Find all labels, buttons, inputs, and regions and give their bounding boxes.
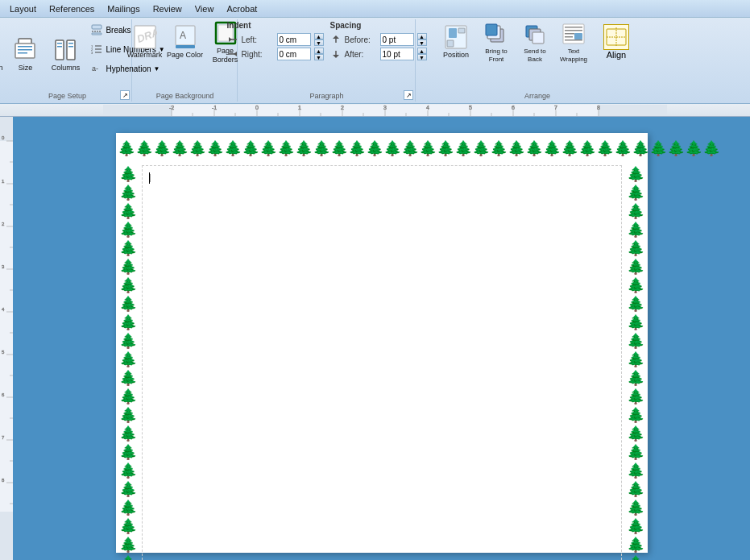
svg-text:2: 2 xyxy=(341,105,344,110)
doc-content[interactable]: | xyxy=(142,165,622,560)
document[interactable]: Trees pattern top 🌲 🌲 🌲 🌲 🌲 🌲 xyxy=(116,133,648,553)
svg-text:5: 5 xyxy=(469,105,472,110)
svg-text:-2: -2 xyxy=(169,105,174,110)
tree-top-6: 🌲 xyxy=(206,141,224,156)
svg-rect-49 xyxy=(532,32,544,44)
tree-top-31: 🌲 xyxy=(649,141,667,156)
tree-left-7: 🌲 xyxy=(119,276,137,294)
svg-marker-33 xyxy=(229,37,232,42)
text-wrapping-label: TextWrapping xyxy=(560,48,587,63)
text-wrapping-section: TextWrapping xyxy=(556,21,591,74)
indent-right-input[interactable] xyxy=(277,48,311,60)
tree-top-32: 🌲 xyxy=(667,141,685,156)
arrange-label: Arrange xyxy=(524,92,550,100)
hyphenation-icon: a- xyxy=(90,62,103,75)
orientation-label: Orientation xyxy=(0,64,2,73)
svg-text:3: 3 xyxy=(383,105,387,110)
svg-marker-39 xyxy=(333,55,339,58)
orientation-button[interactable]: Orientation xyxy=(0,34,4,76)
document-area[interactable]: Trees pattern top 🌲 🌲 🌲 🌲 🌲 🌲 xyxy=(13,117,750,560)
tree-top-29: 🌲 xyxy=(614,141,632,156)
border-right: 🌲 🌲 🌲 🌲 🌲 🌲 🌲 🌲 🌲 🌲 🌲 🌲 🌲 🌲 🌲 🌲 xyxy=(624,164,648,560)
tree-right-14: 🌲 xyxy=(627,406,644,424)
border-left: 🌲 🌲 🌲 🌲 🌲 🌲 🌲 🌲 🌲 🌲 🌲 🌲 🌲 🌲 🌲 🌲 xyxy=(116,164,140,560)
indent-left-down[interactable]: ▼ xyxy=(314,39,324,46)
svg-rect-17 xyxy=(92,33,102,35)
tree-right-12: 🌲 xyxy=(627,369,644,387)
indent-heading: Indent xyxy=(227,21,324,30)
spacing-before-input[interactable] xyxy=(380,33,414,46)
svg-rect-95 xyxy=(0,141,13,512)
menu-mailings[interactable]: Mailings xyxy=(101,2,146,15)
send-back-button[interactable]: Send toBack xyxy=(517,21,553,63)
paragraph-group: Indent Left: ▲ ▼ xyxy=(238,19,416,102)
columns-button[interactable]: Columns xyxy=(46,34,85,76)
ribbon: Orientation Size xyxy=(0,18,750,104)
tree-right-13: 🌲 xyxy=(627,388,644,405)
tree-left-8: 🌲 xyxy=(119,295,137,313)
cursor: | xyxy=(149,172,150,184)
svg-rect-55 xyxy=(565,36,573,38)
tree-right-5: 🌲 xyxy=(627,239,644,257)
page-color-button[interactable]: A Page Color xyxy=(166,21,205,63)
text-wrapping-icon xyxy=(561,21,586,47)
tree-right-16: 🌲 xyxy=(627,443,644,461)
tree-right-15: 🌲 xyxy=(627,425,644,442)
border-middle: 🌲 🌲 🌲 🌲 🌲 🌲 🌲 🌲 🌲 🌲 🌲 🌲 🌲 🌲 🌲 🌲 xyxy=(116,164,648,560)
indent-left-row: Left: ▲ ▼ xyxy=(227,33,324,46)
position-icon xyxy=(443,24,469,50)
svg-text:0: 0 xyxy=(255,105,259,110)
tree-right-21: 🌲 xyxy=(627,536,644,554)
arrange-group: Position Bring toFront xyxy=(416,19,658,102)
tree-right-11: 🌲 xyxy=(627,351,644,368)
tree-top-28: 🌲 xyxy=(596,141,614,156)
position-button[interactable]: Position xyxy=(437,21,475,63)
menu-references[interactable]: References xyxy=(43,2,101,15)
svg-rect-8 xyxy=(18,52,27,54)
spacing-heading: Spacing xyxy=(330,21,427,30)
watermark-button[interactable]: DRAFT Watermark xyxy=(126,21,164,63)
tree-top-12: 🌲 xyxy=(313,141,330,156)
spacing-before-label: Before: xyxy=(345,35,377,44)
page-setup-label: Page Setup xyxy=(48,92,86,100)
tree-right-20: 🌲 xyxy=(627,517,644,535)
position-section: Position xyxy=(437,21,475,74)
bring-front-button[interactable]: Bring toFront xyxy=(479,21,514,63)
indent-right-up[interactable]: ▲ xyxy=(314,48,324,54)
menu-review[interactable]: Review xyxy=(147,2,189,15)
paragraph-expand[interactable]: ↗ xyxy=(404,90,413,100)
svg-text:3: 3 xyxy=(91,51,93,55)
indent-left-spin: ▲ ▼ xyxy=(314,33,324,46)
menu-view[interactable]: View xyxy=(189,2,221,15)
send-back-section: Send toBack xyxy=(517,21,553,74)
tree-top-22: 🌲 xyxy=(490,141,508,156)
tree-left-9: 🌲 xyxy=(119,313,137,331)
columns-label: Columns xyxy=(52,64,81,73)
menu-layout[interactable]: Layout xyxy=(3,2,43,15)
tree-right-9: 🌲 xyxy=(627,313,644,331)
watermark-label: Watermark xyxy=(127,51,163,60)
align-button[interactable]: Align xyxy=(595,21,638,63)
svg-rect-7 xyxy=(18,49,32,51)
tree-left-21: 🌲 xyxy=(119,536,137,554)
text-wrapping-button[interactable]: TextWrapping xyxy=(556,21,591,63)
spacing-after-label: After: xyxy=(345,50,377,59)
tree-top-20: 🌲 xyxy=(454,141,472,156)
menu-acrobat[interactable]: Acrobat xyxy=(220,2,263,15)
position-label: Position xyxy=(443,51,469,60)
page-setup-expand[interactable]: ↗ xyxy=(120,90,130,100)
tree-left-14: 🌲 xyxy=(119,406,137,424)
indent-left-up[interactable]: ▲ xyxy=(314,33,324,39)
size-button[interactable]: Size xyxy=(6,34,44,76)
indent-right-down[interactable]: ▼ xyxy=(314,54,324,60)
svg-rect-54 xyxy=(574,33,582,39)
top-trees-container: 🌲 🌲 🌲 🌲 🌲 🌲 🌲 🌲 🌲 🌲 🌲 🌲 🌲 🌲 🌲 🌲 xyxy=(118,139,646,157)
tree-top-2: 🌲 xyxy=(135,141,153,156)
paragraph-label: Paragraph xyxy=(309,92,343,100)
svg-text:8: 8 xyxy=(597,105,600,110)
tree-top-33: 🌲 xyxy=(685,141,702,156)
size-icon xyxy=(12,37,38,63)
indent-left-input[interactable] xyxy=(277,33,311,46)
page-background-group: DRAFT Watermark A Page Color xyxy=(133,19,238,102)
spacing-after-input[interactable] xyxy=(380,48,414,60)
